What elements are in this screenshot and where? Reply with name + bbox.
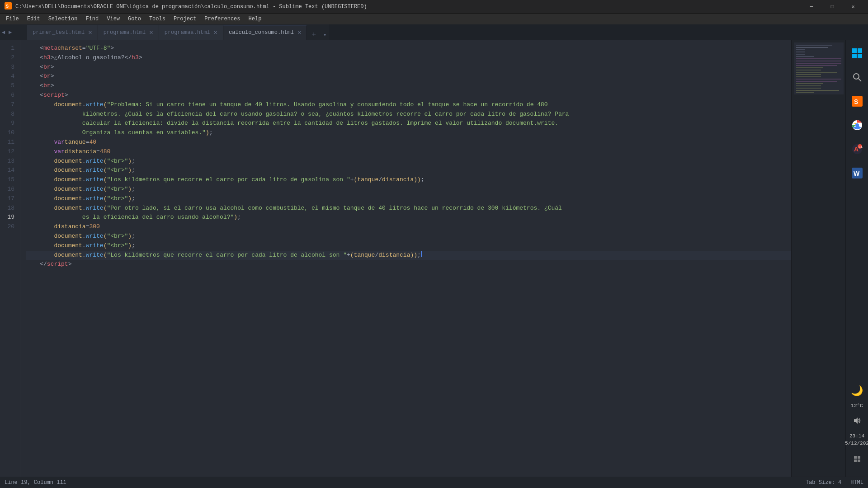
menu-project[interactable]: Project (170, 15, 200, 23)
status-bar: Line 19, Column 111 Tab Size: 4 HTML (0, 477, 868, 488)
svg-rect-26 (852, 48, 857, 53)
menu-selection[interactable]: Selection (45, 15, 81, 23)
notification-taskbar-icon[interactable]: A 24 (849, 141, 866, 158)
svg-text:S: S (6, 4, 9, 9)
minimap (791, 40, 845, 477)
svg-text:W: W (854, 170, 860, 177)
svg-text:24: 24 (859, 145, 863, 149)
line-num-11: 11 (0, 138, 14, 147)
svg-text:S: S (854, 98, 858, 105)
tab-close-icon[interactable]: ✕ (88, 29, 92, 36)
title-bar: S C:\Users\DELL\Documents\ORACLE ONE\Lóg… (0, 0, 868, 14)
line-num-9: 9 (0, 119, 14, 128)
date-display: 05/12/2022 (842, 440, 868, 447)
svg-point-30 (854, 74, 859, 79)
windows-logo-icon[interactable] (849, 45, 866, 62)
tab-calculo-consumo[interactable]: calculo_consumo.html ✕ (223, 25, 307, 40)
menu-goto[interactable]: Goto (124, 15, 145, 23)
line-num-16: 16 (0, 185, 14, 194)
svg-rect-45 (854, 460, 857, 462)
window-title: C:\Users\DELL\Documents\ORACLE ONE\Lógic… (15, 4, 367, 10)
weather-icon[interactable]: 🌙 (849, 382, 866, 399)
line-num-6: 6 (0, 91, 14, 100)
code-line-17: document.write("<br>"); (26, 232, 791, 241)
search-taskbar-icon[interactable] (849, 69, 866, 86)
minimize-button[interactable]: ─ (801, 0, 822, 14)
svg-rect-27 (858, 48, 862, 53)
tab-programaa[interactable]: programaa.html ✕ (159, 25, 223, 40)
code-area[interactable]: <meta charset="UTF-8"> <h3>¿Alcohol o ga… (20, 40, 791, 477)
tab-programa[interactable]: programa.html ✕ (98, 25, 159, 40)
status-bar-right: Tab Size: 4 HTML (806, 479, 863, 486)
tab-nav-right-button[interactable]: ▶ (7, 24, 14, 40)
tab-bar: ◀ ▶ primer_test.html ✕ programa.html ✕ p… (0, 24, 329, 40)
sublime-taskbar-icon[interactable]: S (849, 93, 866, 110)
menu-preferences[interactable]: Preferences (201, 15, 244, 23)
tab-nav-left-button[interactable]: ◀ (0, 24, 7, 40)
tab-bar-wrapper: ◀ ▶ primer_test.html ✕ programa.html ✕ p… (0, 24, 868, 40)
tab-label: primer_test.html (33, 29, 85, 36)
new-tab-button[interactable]: + (309, 30, 319, 40)
svg-rect-29 (858, 54, 862, 58)
main-area: 1 2 3 4 5 6 7 8 9 10 11 12 13 14 15 16 1… (0, 40, 868, 477)
line-num-4: 4 (0, 72, 14, 81)
maximize-button[interactable]: □ (822, 0, 843, 14)
clock-display: 23:14 05/12/2022 (842, 433, 868, 447)
code-line-10: document.write("<br>"); (26, 157, 791, 166)
line-num-8: 8 (0, 110, 14, 119)
tab-label: calculo_consumo.html (229, 29, 294, 36)
code-line-1: <meta charset="UTF-8"> (26, 44, 791, 53)
code-line-13: document.write("<br>"); (26, 185, 791, 194)
code-line-9: var distancia = 480 (26, 147, 791, 157)
line-num-1: 1 (0, 44, 14, 53)
menu-find[interactable]: Find (82, 15, 102, 23)
tab-label: programaa.html (165, 29, 210, 36)
close-button[interactable]: ✕ (843, 0, 863, 14)
code-line-14: document.write("<br>"); (26, 194, 791, 204)
code-line-19: document.write("Los kilómetros que recor… (26, 251, 791, 260)
tab-primer-test[interactable]: primer_test.html ✕ (27, 25, 98, 40)
code-line-6: <script> (26, 91, 791, 100)
code-line-18: document.write("<br>"); (26, 241, 791, 251)
notification-area-icon[interactable] (849, 450, 866, 468)
time-display: 23:14 (842, 433, 868, 440)
svg-rect-46 (858, 460, 860, 462)
chrome-taskbar-icon[interactable] (849, 117, 866, 134)
word-taskbar-icon[interactable]: W (849, 164, 866, 182)
app-icon: S (5, 2, 12, 11)
temperature-display: 12°C (851, 403, 863, 408)
line-num-2: 2 (0, 53, 14, 63)
svg-rect-44 (858, 456, 860, 459)
tab-add-area: + ▾ (309, 30, 329, 40)
menu-tools[interactable]: Tools (146, 15, 169, 23)
svg-line-31 (859, 79, 861, 81)
code-line-15b: es la eficiencia del carro usando alcoho… (26, 213, 791, 222)
line-num-13: 13 (0, 157, 14, 166)
tab-label: programa.html (104, 29, 146, 36)
menu-help[interactable]: Help (245, 15, 265, 23)
menu-edit[interactable]: Edit (24, 15, 44, 23)
line-num-19: 19 (0, 213, 14, 222)
menu-file[interactable]: File (2, 15, 23, 23)
line-num-12: 12 (0, 147, 14, 157)
svg-marker-42 (854, 418, 858, 424)
volume-icon[interactable] (849, 412, 866, 429)
tab-close-icon[interactable]: ✕ (297, 29, 301, 36)
tab-size-indicator: Tab Size: 4 (806, 479, 841, 486)
svg-rect-28 (852, 54, 857, 58)
code-line-7: document.write("Problema: Si un carro ti… (26, 100, 791, 110)
code-line-8: var tanque = 40 (26, 138, 791, 147)
minimap-visual (794, 42, 844, 133)
svg-rect-43 (854, 456, 857, 459)
svg-rect-25 (794, 42, 844, 94)
line-num-18: 18 (0, 204, 14, 213)
code-line-16: distancia = 300 (26, 222, 791, 232)
text-cursor (421, 251, 422, 257)
line-numbers: 1 2 3 4 5 6 7 8 9 10 11 12 13 14 15 16 1… (0, 40, 20, 477)
tab-close-icon[interactable]: ✕ (214, 29, 217, 36)
tab-close-icon[interactable]: ✕ (149, 29, 153, 36)
code-line-15: document.write("Por otro lado, si el car… (26, 204, 791, 213)
code-line-7b: kilómetros. ¿Cuál es la eficiencia del c… (26, 110, 791, 119)
menu-view[interactable]: View (103, 15, 123, 23)
tab-options-button[interactable]: ▾ (321, 31, 329, 39)
